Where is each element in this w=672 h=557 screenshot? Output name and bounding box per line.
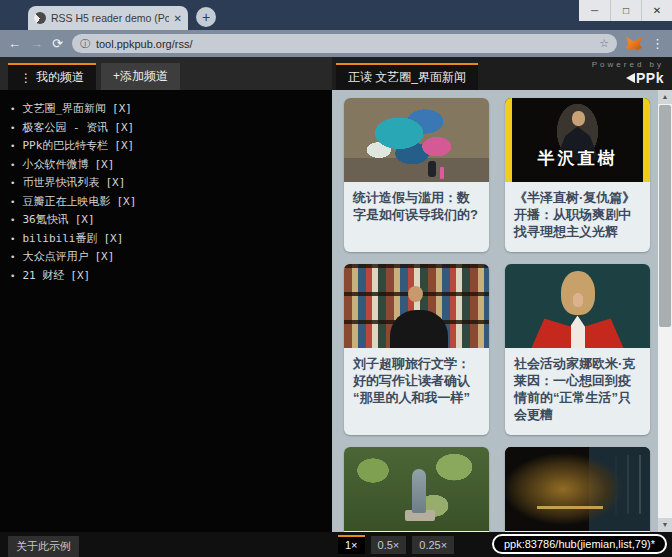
ppk-brand: Powered by PPk (592, 60, 664, 86)
article-image-naomi-klein-portrait (505, 264, 650, 348)
close-button[interactable]: ✕ (641, 0, 672, 21)
about-demo-button[interactable]: 关于此示例 (8, 536, 79, 557)
scrollbar-thumb[interactable] (659, 105, 671, 327)
address-bar[interactable]: ⓘ tool.ppkpub.org/rss/ ☆ (72, 34, 617, 53)
zoom-1x-button[interactable]: 1× (338, 535, 365, 554)
remove-channel-link[interactable]: [X] (116, 195, 136, 208)
bullet-icon: • (10, 197, 15, 207)
channel-item: •36氪快讯[X] (10, 211, 322, 230)
remove-channel-link[interactable]: [X] (114, 139, 134, 152)
list-icon: ⋮ (20, 71, 32, 85)
browser-window: RSS H5 reader demo (Powere ✕ + ─ □ ✕ ← →… (0, 0, 672, 557)
powered-by-label: Powered by (592, 60, 664, 70)
bullet-icon: • (10, 178, 15, 188)
browser-menu-icon[interactable]: ⋮ (651, 36, 664, 51)
minimize-button[interactable]: ─ (579, 0, 610, 21)
article-card[interactable]: 社会活动家娜欧米·克莱因：一心想回到疫情前的“正常生活”只会更糟 (505, 264, 650, 435)
channel-item: •大众点评用户[X] (10, 248, 322, 267)
my-channels-label: 我的频道 (36, 69, 84, 86)
content-area: •文艺圈_界面新闻[X] •极客公园 - 资讯[X] •PPk的巴比特专栏[X]… (0, 90, 672, 532)
article-card[interactable]: 刘子超聊旅行文学：好的写作让读者确认“那里的人和我一样” (344, 264, 489, 435)
bullet-icon: • (10, 160, 15, 170)
my-channels-button[interactable]: ⋮ 我的频道 (8, 63, 96, 90)
bullet-icon: • (10, 123, 15, 133)
channel-list: •文艺圈_界面新闻[X] •极客公园 - 资讯[X] •PPk的巴比特专栏[X]… (0, 90, 332, 532)
article-title: 统计造假与滥用：数字是如何误导我们的? (344, 182, 489, 235)
reading-channel-tab[interactable]: 正读 文艺圈_界面新闻 (336, 63, 478, 90)
zoom-controls: 1× 0.5× 0.25× (338, 532, 454, 557)
scroll-down-icon[interactable]: ▼ (658, 518, 672, 532)
article-card[interactable]: 《奥州小道》：松尾芭 (344, 447, 489, 532)
tab-close-icon[interactable]: ✕ (174, 13, 182, 24)
feed-scrollbar[interactable]: ▲ ▼ (658, 90, 672, 532)
article-image-hanzawa-naoki-poster: 半沢直樹 (505, 98, 650, 182)
remove-channel-link[interactable]: [X] (94, 250, 114, 263)
bookmark-star-icon[interactable]: ☆ (599, 37, 609, 50)
channel-item: •豆瓣正在上映电影[X] (10, 193, 322, 212)
channel-link[interactable]: 极客公园 - 资讯 (22, 121, 108, 134)
remove-channel-link[interactable]: [X] (70, 269, 90, 282)
channel-link[interactable]: 36氪快讯 (22, 213, 68, 226)
channel-link[interactable]: 大众点评用户 (22, 250, 88, 263)
metamask-fox-icon[interactable] (626, 37, 642, 51)
app-header-left: ⋮ 我的频道 +添加频道 (0, 57, 332, 90)
channel-link[interactable]: 豆瓣正在上映电影 (22, 195, 110, 208)
tab-title: RSS H5 reader demo (Powere (51, 12, 169, 24)
remove-channel-link[interactable]: [X] (112, 102, 132, 115)
bullet-icon: • (10, 141, 15, 151)
remove-channel-link[interactable]: [X] (75, 213, 95, 226)
scroll-up-icon[interactable]: ▲ (658, 90, 672, 104)
bullet-icon: • (10, 104, 15, 114)
article-image-statue-forest (344, 447, 489, 531)
ppk-triangle-icon (626, 73, 635, 83)
article-image-author-bookshelf (344, 264, 489, 348)
channel-item: •bilibili番剧[X] (10, 230, 322, 249)
remove-channel-link[interactable]: [X] (103, 232, 123, 245)
title-bar: RSS H5 reader demo (Powere ✕ + ─ □ ✕ (0, 0, 672, 30)
article-card-grid: 统计造假与滥用：数字是如何误导我们的? 半沢直樹 《半泽直树·复仇篇》开播：从职… (332, 90, 672, 532)
article-title: 《半泽直树·复仇篇》开播：从职场爽剧中找寻理想主义光辉 (505, 182, 650, 252)
article-card[interactable]: 居家工作的日子里，你 (505, 447, 650, 532)
article-feed-panel: 统计造假与滥用：数字是如何误导我们的? 半沢直樹 《半泽直树·复仇篇》开播：从职… (332, 90, 672, 532)
back-icon[interactable]: ← (8, 36, 21, 51)
app-header: ⋮ 我的频道 +添加频道 正读 文艺圈_界面新闻 Powered by PPk (0, 57, 672, 90)
poster-title-text: 半沢直樹 (505, 147, 650, 170)
channel-link[interactable]: 币世界快讯列表 (22, 176, 99, 189)
channel-item: •文艺圈_界面新闻[X] (10, 100, 322, 119)
article-card[interactable]: 统计造假与滥用：数字是如何误导我们的? (344, 98, 489, 252)
add-channel-button[interactable]: +添加频道 (101, 63, 180, 90)
article-image-dark-room-interior (505, 447, 650, 531)
channel-link[interactable]: bilibili番剧 (22, 232, 97, 245)
ppk-address-chip[interactable]: ppk:83786/hub(jiemian,list,79)* (492, 534, 667, 554)
forward-icon[interactable]: → (30, 36, 43, 51)
zoom-05x-button[interactable]: 0.5× (371, 536, 407, 554)
channel-link[interactable]: PPk的巴比特专栏 (22, 139, 108, 152)
channel-item: •币世界快讯列表[X] (10, 174, 322, 193)
site-info-icon[interactable]: ⓘ (80, 37, 90, 51)
channel-item: •PPk的巴比特专栏[X] (10, 137, 322, 156)
channel-link[interactable]: 文艺圈_界面新闻 (22, 102, 106, 115)
new-tab-button[interactable]: + (196, 7, 216, 27)
bullet-icon: • (10, 252, 15, 262)
window-controls: ─ □ ✕ (579, 0, 672, 21)
reload-icon[interactable]: ⟳ (52, 36, 63, 51)
ppk-logo: PPk (592, 70, 664, 87)
remove-channel-link[interactable]: [X] (114, 121, 134, 134)
remove-channel-link[interactable]: [X] (94, 158, 114, 171)
article-image-graffiti-mural (344, 98, 489, 182)
channel-item: •小众软件微博[X] (10, 156, 322, 175)
channel-link[interactable]: 小众软件微博 (22, 158, 88, 171)
bottom-bar: 关于此示例 1× 0.5× 0.25× ppk:83786/hub(jiemia… (0, 532, 672, 557)
app-header-right: 正读 文艺圈_界面新闻 Powered by PPk (332, 57, 672, 90)
favicon-icon (34, 12, 46, 24)
remove-channel-link[interactable]: [X] (105, 176, 125, 189)
article-card[interactable]: 半沢直樹 《半泽直树·复仇篇》开播：从职场爽剧中找寻理想主义光辉 (505, 98, 650, 252)
article-title: 刘子超聊旅行文学：好的写作让读者确认“那里的人和我一样” (344, 348, 489, 418)
url-text[interactable]: tool.ppkpub.org/rss/ (96, 38, 593, 50)
ppk-logo-text: PPk (636, 70, 664, 87)
zoom-025x-button[interactable]: 0.25× (412, 536, 454, 554)
browser-tab[interactable]: RSS H5 reader demo (Powere ✕ (28, 6, 188, 30)
channel-link[interactable]: 21 财经 (22, 269, 64, 282)
maximize-button[interactable]: □ (610, 0, 641, 21)
channel-item: •21 财经[X] (10, 267, 322, 286)
